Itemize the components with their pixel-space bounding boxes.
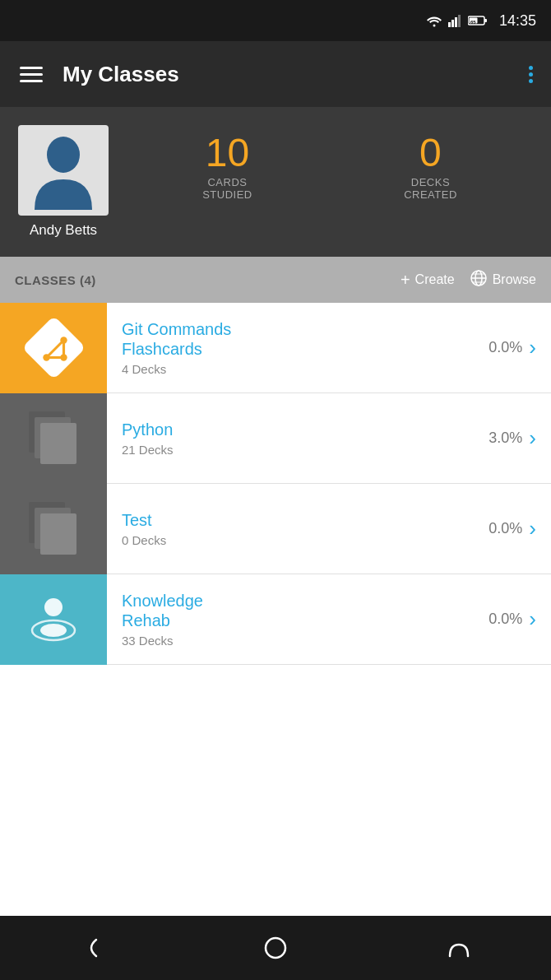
class-decks-git: 4 Decks [122,362,488,376]
dot-3 [529,79,533,83]
classes-header: CLASSES (4) + Create Browse [0,257,551,303]
svg-point-22 [44,598,63,616]
browse-button[interactable]: Browse [470,269,536,290]
page-3-test [40,513,76,555]
class-info-test: Test 0 Decks [122,510,488,547]
create-button[interactable]: + Create [401,271,455,290]
chevron-rehab: › [529,606,536,632]
class-info-rehab: KnowledgeRehab 33 Decks [122,591,488,648]
class-name-python: Python [122,420,488,439]
bottom-nav [0,916,551,980]
svg-rect-1 [448,22,451,27]
app-title: My Classes [63,62,526,87]
class-progress-git: 0.0% [488,339,522,356]
class-progress-rehab: 0.0% [488,611,522,628]
class-item-python[interactable]: Python 21 Decks 3.0% › [0,393,551,484]
page-3 [40,423,76,464]
class-name-test: Test [122,510,488,530]
status-bar: 65 14:35 [0,0,551,41]
class-icon-test [0,484,107,574]
cards-studied-label: CARDSSTUDIED [202,176,252,201]
header-actions: + Create Browse [401,269,536,290]
cards-studied-number: 10 [202,133,252,173]
plus-icon: + [401,271,410,290]
git-icon [23,317,85,379]
svg-rect-15 [23,317,85,379]
class-item-git[interactable]: Git CommandsFlashcards 4 Decks 0.0% › [0,303,551,393]
home-icon [264,936,287,959]
create-label: Create [415,272,455,287]
app-bar: My Classes [0,41,551,107]
menu-line-1 [20,67,43,69]
user-name: Andy Betts [30,222,97,239]
wifi-icon [425,14,443,27]
class-decks-test: 0 Decks [122,533,488,547]
signal-icon [448,14,463,27]
more-options-button[interactable] [526,63,536,86]
svg-point-0 [433,25,435,27]
classes-count-label: CLASSES (4) [15,273,96,287]
decks-created-number: 0 [404,133,457,173]
svg-point-9 [47,137,80,173]
menu-button[interactable] [15,62,48,87]
profile-silhouette-icon [30,132,96,210]
class-decks-rehab: 33 Decks [122,634,488,648]
svg-point-23 [40,624,67,637]
menu-line-2 [20,73,43,76]
class-decks-python: 21 Decks [122,443,488,457]
rehab-icon [25,591,82,648]
battery-icon: 65 [468,15,488,26]
class-icon-rehab [0,574,107,665]
decks-created-label: DECKSCREATED [404,176,457,201]
class-info-python: Python 21 Decks [122,420,488,457]
class-progress-python: 3.0% [488,430,522,447]
recents-button[interactable] [434,931,484,964]
dot-2 [529,72,533,77]
svg-point-25 [266,938,285,958]
class-icon-git [0,303,107,393]
svg-rect-2 [451,20,454,27]
svg-text:65: 65 [470,20,476,25]
class-item-test[interactable]: Test 0 Decks 0.0% › [0,484,551,574]
svg-rect-4 [458,15,461,27]
status-icons: 65 [425,14,488,27]
class-name-rehab: KnowledgeRehab [122,591,488,630]
pages-stack-icon-test [29,502,78,555]
menu-line-3 [20,80,43,82]
svg-rect-3 [455,17,457,27]
profile-section: Andy Betts 10 CARDSSTUDIED 0 DECKSCREATE… [0,107,551,257]
status-time: 14:35 [499,12,536,30]
class-progress-test: 0.0% [488,520,522,537]
stats-area: 10 CARDSSTUDIED 0 DECKSCREATED [127,125,533,201]
class-item-rehab[interactable]: KnowledgeRehab 33 Decks 0.0% › [0,574,551,665]
browse-label: Browse [493,272,536,287]
class-name-git: Git CommandsFlashcards [122,319,488,359]
pages-stack-icon [29,411,78,465]
svg-rect-6 [484,19,487,22]
globe-icon [470,269,488,290]
recents-icon [447,936,471,959]
class-info-git: Git CommandsFlashcards 4 Decks [122,319,488,376]
chevron-test: › [529,516,536,541]
home-button[interactable] [251,931,300,964]
class-list: Git CommandsFlashcards 4 Decks 0.0% › Py… [0,303,551,665]
avatar [18,125,109,216]
class-icon-python [0,393,107,484]
decks-created-stat: 0 DECKSCREATED [404,133,457,201]
profile-left: Andy Betts [18,125,109,239]
chevron-git: › [529,335,536,360]
dot-1 [529,66,533,70]
back-icon [80,936,104,960]
cards-studied-stat: 10 CARDSSTUDIED [202,133,252,201]
back-button[interactable] [67,931,117,964]
chevron-python: › [529,425,536,451]
